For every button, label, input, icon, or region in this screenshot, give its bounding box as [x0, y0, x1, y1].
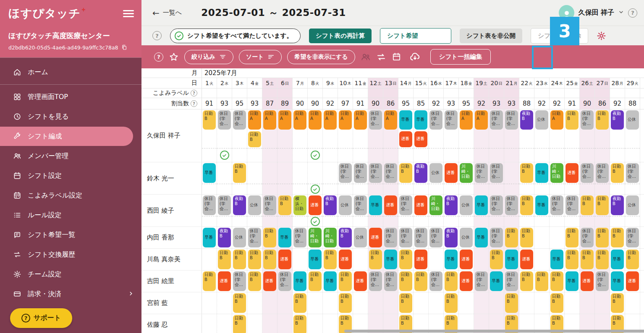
- shift-cell-川島 真奈美-11[interactable]: [353, 249, 368, 270]
- shift-cell-西田 綾子-13[interactable]: 遅番: [383, 195, 398, 226]
- shift-cell-久保田 祥子-3[interactable]: 休日(学会…: [232, 109, 247, 162]
- shift-cell-内田 香那-5[interactable]: 日勤B: [262, 227, 277, 248]
- sidebar-item-1[interactable]: ホーム: [0, 62, 141, 82]
- shift-cell-内田 香那-12[interactable]: 遅番: [368, 227, 383, 248]
- shift-cell-内田 香那-17[interactable]: 夜勤B: [444, 227, 459, 248]
- shift-cell-宮前 藍-17[interactable]: 日勤B: [444, 292, 459, 314]
- shift-chip[interactable]: 公休: [460, 195, 473, 215]
- shift-cell-内田 香那-19[interactable]: 早番: [474, 227, 489, 248]
- shift-chip[interactable]: 早番: [611, 250, 624, 269]
- shift-cell-吉田 絵里-3[interactable]: 休日(学会…: [232, 271, 247, 292]
- shift-cell-川島 真奈美-7[interactable]: [293, 249, 308, 270]
- shift-chip[interactable]: 川崎・日勤: [460, 163, 473, 183]
- shift-cell-宮前 藍-5[interactable]: [262, 292, 277, 314]
- shift-chip[interactable]: 日勤B: [293, 315, 306, 333]
- shift-cell-内田 香那-18[interactable]: 公休: [459, 227, 474, 248]
- shift-cell-宮前 藍-1[interactable]: [202, 292, 217, 314]
- question-icon[interactable]: ?: [191, 100, 197, 107]
- shift-cell-川島 真奈美-13[interactable]: 早番: [383, 249, 398, 270]
- shift-chip[interactable]: 休日(学会…: [218, 195, 231, 215]
- shift-cell-川島 真奈美-16[interactable]: [429, 249, 444, 270]
- shift-cell-鈴木 光一-17[interactable]: 遅番: [444, 162, 459, 194]
- shift-chip[interactable]: 公休: [626, 195, 639, 215]
- shift-cell-西田 綾子-16[interactable]: 川崎・日勤: [429, 195, 444, 226]
- shift-cell-久保田 祥子-26[interactable]: 休日(学会…: [580, 109, 595, 162]
- shift-chip[interactable]: 日勤B: [369, 250, 382, 269]
- shift-cell-久保田 祥子-8[interactable]: 日勤A: [308, 109, 323, 162]
- shift-cell-西田 綾子-3[interactable]: 夜勤B: [232, 195, 247, 226]
- shift-chip[interactable]: 休日(学会…: [429, 271, 442, 291]
- shift-cell-久保田 祥子-22[interactable]: 夜勤B: [519, 109, 534, 162]
- shift-chip[interactable]: 日勤B: [399, 293, 412, 313]
- shift-chip[interactable]: 休日(学会…: [475, 271, 488, 291]
- sidebar-item-3[interactable]: シフトを見る: [0, 107, 141, 126]
- shift-chip[interactable]: 公休: [429, 163, 442, 183]
- shift-cell-久保田 祥子-23[interactable]: 公休: [534, 109, 550, 162]
- shift-cell-西田 綾子-23[interactable]: 早番: [534, 195, 550, 226]
- shift-cell-吉田 絵里-29[interactable]: 遅番: [625, 271, 640, 292]
- shift-cell-吉田 絵里-13[interactable]: 休日(学会…: [383, 271, 398, 292]
- star-icon[interactable]: [169, 52, 179, 62]
- shift-cell-久保田 祥子-1[interactable]: 日勤B: [202, 109, 217, 162]
- shift-cell-吉田 絵里-18[interactable]: 遅番: [459, 271, 474, 292]
- shift-chip[interactable]: 早番: [611, 271, 624, 291]
- shift-chip[interactable]: 日勤B: [248, 131, 261, 147]
- sidebar-item-8[interactable]: ルール設定: [0, 206, 141, 225]
- shift-cell-久保田 祥子-17[interactable]: 休日(学会…: [444, 109, 459, 162]
- shift-chip[interactable]: 早番: [550, 250, 563, 269]
- shift-cell-西田 綾子-25[interactable]: 休日(学会…: [565, 195, 580, 226]
- sidebar-item-6[interactable]: シフト設定: [0, 166, 141, 185]
- shift-chip[interactable]: 夜勤B: [611, 110, 624, 130]
- shift-chip[interactable]: 早番: [384, 250, 397, 269]
- shift-chip[interactable]: 日勤B: [445, 293, 458, 313]
- shift-cell-内田 香那-23[interactable]: [534, 227, 550, 248]
- shift-chip[interactable]: 遅番: [414, 250, 427, 269]
- shift-chip[interactable]: 日勤B: [611, 293, 624, 313]
- shift-chip[interactable]: 夜勤B: [218, 228, 231, 247]
- shift-chip[interactable]: 遅番: [399, 131, 412, 147]
- shift-cell-宮前 藍-9[interactable]: [323, 292, 338, 314]
- shift-cell-西田 綾子-26[interactable]: 日勤B: [580, 195, 595, 226]
- shift-chip[interactable]: 休日(学会…: [596, 271, 609, 291]
- shift-chip[interactable]: 日勤B: [611, 228, 624, 247]
- shift-chip[interactable]: 遅番: [414, 195, 427, 215]
- shift-chip[interactable]: 夜勤B: [520, 110, 533, 130]
- shift-chip[interactable]: 日勤B: [550, 293, 563, 313]
- shift-chip[interactable]: 休日(学会…: [581, 228, 594, 247]
- shift-cell-西田 綾子-12[interactable]: 早番: [368, 195, 383, 226]
- shift-chip[interactable]: 日勤A: [293, 110, 306, 130]
- shift-chip[interactable]: 休日(学会…: [354, 195, 367, 215]
- shift-cell-川島 真奈美-19[interactable]: [474, 249, 489, 270]
- shift-cell-西田 綾子-10[interactable]: 公休: [338, 195, 353, 226]
- shift-cell-鈴木 光一-29[interactable]: 休日(学会…: [625, 162, 640, 194]
- shift-chip[interactable]: 休日(学会…: [399, 228, 412, 247]
- shift-chip[interactable]: 休日(学会…: [505, 271, 518, 291]
- shift-chip[interactable]: 公休: [339, 195, 352, 215]
- sidebar-item-4[interactable]: シフト編成: [0, 127, 133, 146]
- shift-chip[interactable]: 公休: [248, 195, 261, 215]
- shift-chip[interactable]: 夜勤B: [611, 195, 624, 215]
- shift-cell-川島 真奈美-6[interactable]: 遅番: [277, 249, 293, 270]
- shift-cell-川島 真奈美-22[interactable]: 遅番: [519, 249, 534, 270]
- shift-chip[interactable]: 日勤B: [263, 250, 276, 269]
- shift-cell-佐藤 忍-4[interactable]: [247, 314, 262, 333]
- shift-cell-鈴木 光一-2[interactable]: [217, 162, 232, 194]
- swap-icon[interactable]: [376, 52, 386, 62]
- shift-chip[interactable]: 早番: [565, 271, 579, 291]
- shift-cell-内田 香那-9[interactable]: 川崎・日勤: [323, 227, 338, 248]
- shift-cell-西田 綾子-5[interactable]: 休日(学会…: [262, 195, 277, 226]
- shift-chip[interactable]: 日勤B: [505, 293, 518, 313]
- shift-cell-西田 綾子-11[interactable]: 休日(学会…: [353, 195, 368, 226]
- shift-chip[interactable]: 日勤A: [550, 110, 563, 130]
- shift-cell-川島 真奈美-24[interactable]: 早番: [550, 249, 565, 270]
- shift-cell-吉田 絵里-22[interactable]: 日勤B: [519, 271, 534, 292]
- shift-chip[interactable]: 休日(学会…: [581, 110, 594, 130]
- shift-cell-宮前 藍-20[interactable]: [489, 292, 504, 314]
- shift-chip[interactable]: 日勤B: [505, 228, 518, 247]
- shift-cell-内田 香那-10[interactable]: 夜勤B: [338, 227, 353, 248]
- shift-cell-吉田 絵里-7[interactable]: 早番: [293, 271, 308, 292]
- shift-cell-久保田 祥子-13[interactable]: 日勤A: [383, 109, 398, 162]
- shift-cell-鈴木 光一-9[interactable]: [323, 162, 338, 194]
- shift-cell-内田 香那-8[interactable]: 川崎・日勤: [308, 227, 323, 248]
- shift-cell-佐藤 忍-9[interactable]: [323, 314, 338, 333]
